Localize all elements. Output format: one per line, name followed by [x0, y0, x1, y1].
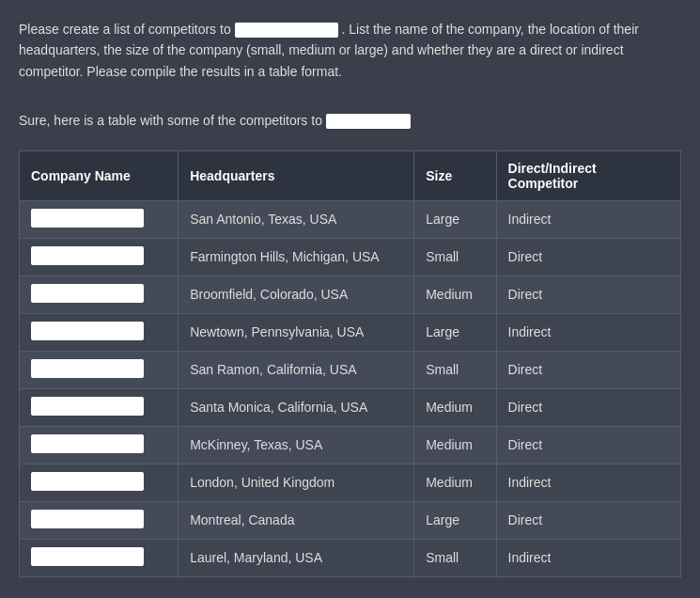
headquarters-cell: London, United Kingdom [179, 464, 414, 501]
competitor-type-cell: Direct [496, 426, 680, 464]
competitor-type-cell: Direct [496, 388, 680, 426]
size-cell: Medium [414, 388, 496, 426]
prompt-before: Please create a list of competitors to [19, 22, 231, 37]
company-name-redacted [31, 359, 144, 378]
table-row: Laurel, Maryland, USASmallIndirect [20, 539, 681, 576]
company-name-cell [20, 464, 179, 501]
size-cell: Medium [414, 464, 496, 501]
company-name-cell [20, 501, 179, 539]
company-name-cell [20, 200, 179, 238]
size-cell: Medium [414, 426, 496, 464]
competitor-type-cell: Direct [496, 501, 680, 539]
prompt-text: Please create a list of competitors to .… [19, 19, 681, 82]
company-name-cell [20, 388, 179, 426]
main-container: Please create a list of competitors to .… [0, 0, 700, 596]
competitor-type-cell: Indirect [496, 464, 680, 501]
company-name-redacted [31, 510, 144, 528]
headquarters-cell: Montreal, Canada [179, 501, 414, 539]
company-name-redacted-2 [326, 114, 411, 129]
company-name-cell [20, 426, 179, 464]
table-header-row: Company Name Headquarters Size Direct/In… [20, 150, 681, 200]
table-row: Montreal, CanadaLargeDirect [20, 501, 681, 539]
competitor-type-cell: Direct [496, 275, 680, 313]
company-name-cell [20, 238, 179, 275]
size-cell: Large [414, 501, 496, 539]
competitor-type-cell: Direct [496, 351, 680, 388]
competitor-type-cell: Indirect [496, 200, 680, 238]
headquarters-cell: Santa Monica, California, USA [179, 388, 414, 426]
header-size: Size [414, 150, 496, 200]
company-name-redacted [31, 472, 144, 491]
response-before: Sure, here is a table with some of the c… [19, 113, 322, 128]
headquarters-cell: Broomfield, Colorado, USA [179, 275, 414, 313]
company-name-cell [20, 313, 179, 351]
size-cell: Large [414, 313, 496, 351]
company-name-cell [20, 275, 179, 313]
company-name-cell [20, 351, 179, 388]
response-text: Sure, here is a table with some of the c… [19, 110, 681, 131]
size-cell: Large [414, 200, 496, 238]
header-company-name: Company Name [20, 150, 179, 200]
table-row: Farmington Hills, Michigan, USASmallDire… [20, 238, 681, 275]
competitor-type-cell: Indirect [496, 539, 680, 576]
company-name-redacted [31, 284, 144, 303]
headquarters-cell: San Ramon, California, USA [179, 351, 414, 388]
company-name-redacted [31, 209, 144, 228]
table-row: Broomfield, Colorado, USAMediumDirect [20, 275, 681, 313]
headquarters-cell: Laurel, Maryland, USA [179, 539, 414, 576]
company-name-redacted [31, 246, 144, 265]
company-name-cell [20, 539, 179, 576]
table-row: Newtown, Pennsylvania, USALargeIndirect [20, 313, 681, 351]
company-name-redacted [31, 434, 144, 453]
size-cell: Small [414, 539, 496, 576]
table-row: Santa Monica, California, USAMediumDirec… [20, 388, 681, 426]
headquarters-cell: McKinney, Texas, USA [179, 426, 414, 464]
competitors-table: Company Name Headquarters Size Direct/In… [19, 150, 681, 577]
table-row: McKinney, Texas, USAMediumDirect [20, 426, 681, 464]
table-row: London, United KingdomMediumIndirect [20, 464, 681, 501]
company-name-redacted [31, 397, 144, 416]
company-name-redacted [31, 322, 144, 340]
size-cell: Small [414, 351, 496, 388]
header-competitor-type: Direct/Indirect Competitor [496, 150, 680, 200]
header-headquarters: Headquarters [179, 150, 414, 200]
headquarters-cell: Newtown, Pennsylvania, USA [179, 313, 414, 351]
headquarters-cell: San Antonio, Texas, USA [179, 200, 414, 238]
table-row: San Ramon, California, USASmallDirect [20, 351, 681, 388]
size-cell: Medium [414, 275, 496, 313]
company-name-redacted-1 [235, 23, 338, 38]
headquarters-cell: Farmington Hills, Michigan, USA [179, 238, 414, 275]
competitor-type-cell: Indirect [496, 313, 680, 351]
company-name-redacted [31, 547, 144, 566]
competitor-type-cell: Direct [496, 238, 680, 275]
table-row: San Antonio, Texas, USALargeIndirect [20, 200, 681, 238]
size-cell: Small [414, 238, 496, 275]
